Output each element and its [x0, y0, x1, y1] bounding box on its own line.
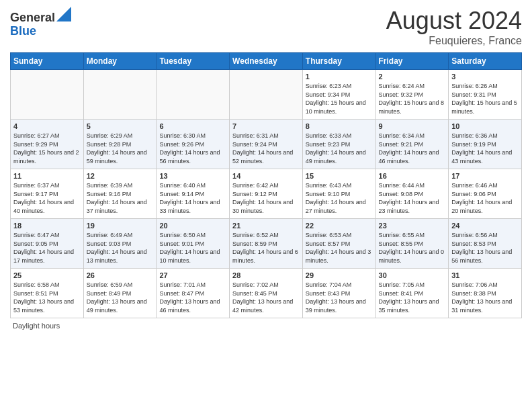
col-thursday: Thursday: [302, 53, 375, 70]
day-info: Sunrise: 6:58 AMSunset: 8:51 PMDaylight:…: [13, 281, 81, 314]
header: General Blue August 2024 Feuquieres, Fra…: [10, 7, 522, 47]
table-row: 23Sunrise: 6:55 AMSunset: 8:55 PMDayligh…: [375, 219, 449, 269]
calendar-week-row: 11Sunrise: 6:37 AMSunset: 9:17 PMDayligh…: [11, 169, 522, 219]
table-row: [230, 70, 303, 120]
day-number: 24: [451, 222, 519, 230]
table-row: [83, 70, 157, 120]
header-row: Sunday Monday Tuesday Wednesday Thursday…: [11, 53, 522, 70]
table-row: 13Sunrise: 6:40 AMSunset: 9:14 PMDayligh…: [157, 169, 230, 219]
day-number: 3: [451, 73, 519, 81]
day-number: 11: [13, 172, 81, 180]
table-row: 2Sunrise: 6:24 AMSunset: 9:32 PMDaylight…: [375, 70, 449, 120]
table-row: 12Sunrise: 6:39 AMSunset: 9:16 PMDayligh…: [83, 169, 157, 219]
location-title: Feuquieres, France: [386, 35, 522, 47]
day-number: 19: [87, 222, 154, 230]
day-info: Sunrise: 6:50 AMSunset: 9:01 PMDaylight:…: [159, 231, 226, 265]
table-row: 16Sunrise: 6:44 AMSunset: 9:08 PMDayligh…: [375, 169, 449, 219]
logo-blue: Blue: [10, 24, 36, 38]
day-info: Sunrise: 6:27 AMSunset: 9:29 PMDaylight:…: [13, 132, 81, 165]
day-info: Sunrise: 6:56 AMSunset: 8:53 PMDaylight:…: [451, 231, 519, 265]
day-info: Sunrise: 6:42 AMSunset: 9:12 PMDaylight:…: [232, 181, 300, 215]
day-info: Sunrise: 6:23 AMSunset: 9:34 PMDaylight:…: [306, 82, 373, 116]
table-row: 29Sunrise: 7:04 AMSunset: 8:43 PMDayligh…: [302, 269, 375, 318]
table-row: 26Sunrise: 6:59 AMSunset: 8:49 PMDayligh…: [83, 269, 157, 318]
day-number: 5: [87, 122, 154, 130]
day-number: 10: [451, 122, 519, 130]
day-number: 21: [232, 222, 300, 230]
day-number: 4: [13, 122, 81, 130]
table-row: 21Sunrise: 6:52 AMSunset: 8:59 PMDayligh…: [230, 219, 303, 269]
day-number: 9: [379, 122, 446, 130]
day-number: 14: [232, 172, 300, 180]
day-number: 20: [159, 222, 226, 230]
table-row: 30Sunrise: 7:05 AMSunset: 8:41 PMDayligh…: [375, 269, 449, 318]
day-number: 15: [306, 172, 373, 180]
day-number: 17: [451, 172, 519, 180]
day-number: 29: [306, 271, 373, 279]
day-number: 25: [13, 271, 81, 279]
table-row: 19Sunrise: 6:49 AMSunset: 9:03 PMDayligh…: [83, 219, 157, 269]
day-info: Sunrise: 6:49 AMSunset: 9:03 PMDaylight:…: [87, 231, 154, 265]
table-row: 24Sunrise: 6:56 AMSunset: 8:53 PMDayligh…: [449, 219, 522, 269]
col-sunday: Sunday: [11, 53, 84, 70]
logo-triangle-icon: [56, 7, 71, 21]
day-info: Sunrise: 7:04 AMSunset: 8:43 PMDaylight:…: [306, 281, 373, 314]
col-friday: Friday: [375, 53, 449, 70]
table-row: 14Sunrise: 6:42 AMSunset: 9:12 PMDayligh…: [230, 169, 303, 219]
calendar-week-row: 25Sunrise: 6:58 AMSunset: 8:51 PMDayligh…: [11, 269, 522, 318]
day-info: Sunrise: 6:46 AMSunset: 9:06 PMDaylight:…: [451, 181, 519, 215]
col-tuesday: Tuesday: [157, 53, 230, 70]
day-info: Sunrise: 6:40 AMSunset: 9:14 PMDaylight:…: [159, 181, 226, 215]
day-number: 6: [159, 122, 226, 130]
footer-note: Daylight hours: [10, 322, 522, 330]
day-info: Sunrise: 7:06 AMSunset: 8:38 PMDaylight:…: [451, 281, 519, 314]
logo-wordmark: General Blue: [10, 7, 71, 38]
day-number: 16: [379, 172, 446, 180]
table-row: 20Sunrise: 6:50 AMSunset: 9:01 PMDayligh…: [157, 219, 230, 269]
day-number: 28: [232, 271, 300, 279]
day-info: Sunrise: 6:53 AMSunset: 8:57 PMDaylight:…: [306, 231, 373, 265]
day-info: Sunrise: 6:43 AMSunset: 9:10 PMDaylight:…: [306, 181, 373, 215]
table-row: 4Sunrise: 6:27 AMSunset: 9:29 PMDaylight…: [11, 120, 84, 169]
day-info: Sunrise: 6:26 AMSunset: 9:31 PMDaylight:…: [451, 82, 519, 116]
table-row: 17Sunrise: 6:46 AMSunset: 9:06 PMDayligh…: [449, 169, 522, 219]
table-row: 6Sunrise: 6:30 AMSunset: 9:26 PMDaylight…: [157, 120, 230, 169]
day-info: Sunrise: 6:39 AMSunset: 9:16 PMDaylight:…: [87, 181, 154, 215]
day-info: Sunrise: 6:33 AMSunset: 9:23 PMDaylight:…: [306, 132, 373, 165]
day-number: 31: [451, 271, 519, 279]
day-info: Sunrise: 6:37 AMSunset: 9:17 PMDaylight:…: [13, 181, 81, 215]
daylight-hours-label: Daylight hours: [13, 322, 60, 330]
table-row: 31Sunrise: 7:06 AMSunset: 8:38 PMDayligh…: [449, 269, 522, 318]
logo: General Blue: [10, 7, 71, 38]
main-container: General Blue August 2024 Feuquieres, Fra…: [0, 0, 532, 336]
title-block: August 2024 Feuquieres, France: [386, 7, 522, 47]
day-info: Sunrise: 6:31 AMSunset: 9:24 PMDaylight:…: [232, 132, 300, 165]
day-number: 8: [306, 122, 373, 130]
table-row: 5Sunrise: 6:29 AMSunset: 9:28 PMDaylight…: [83, 120, 157, 169]
table-row: [157, 70, 230, 120]
day-info: Sunrise: 6:34 AMSunset: 9:21 PMDaylight:…: [379, 132, 446, 165]
day-number: 12: [87, 172, 154, 180]
day-info: Sunrise: 6:59 AMSunset: 8:49 PMDaylight:…: [87, 281, 154, 314]
table-row: 22Sunrise: 6:53 AMSunset: 8:57 PMDayligh…: [302, 219, 375, 269]
table-row: 25Sunrise: 6:58 AMSunset: 8:51 PMDayligh…: [11, 269, 84, 318]
logo-general: General: [10, 11, 55, 24]
day-number: 2: [379, 73, 446, 81]
calendar-week-row: 1Sunrise: 6:23 AMSunset: 9:34 PMDaylight…: [11, 70, 522, 120]
month-year-title: August 2024: [386, 7, 522, 35]
table-row: 8Sunrise: 6:33 AMSunset: 9:23 PMDaylight…: [302, 120, 375, 169]
calendar-table: Sunday Monday Tuesday Wednesday Thursday…: [10, 52, 522, 318]
table-row: 1Sunrise: 6:23 AMSunset: 9:34 PMDaylight…: [302, 70, 375, 120]
day-number: 23: [379, 222, 446, 230]
col-monday: Monday: [83, 53, 157, 70]
table-row: 18Sunrise: 6:47 AMSunset: 9:05 PMDayligh…: [11, 219, 84, 269]
table-row: 9Sunrise: 6:34 AMSunset: 9:21 PMDaylight…: [375, 120, 449, 169]
svg-marker-0: [56, 7, 71, 21]
day-info: Sunrise: 6:30 AMSunset: 9:26 PMDaylight:…: [159, 132, 226, 165]
day-info: Sunrise: 6:52 AMSunset: 8:59 PMDaylight:…: [232, 231, 300, 265]
day-info: Sunrise: 7:05 AMSunset: 8:41 PMDaylight:…: [379, 281, 446, 314]
day-number: 1: [306, 73, 373, 81]
table-row: 7Sunrise: 6:31 AMSunset: 9:24 PMDaylight…: [230, 120, 303, 169]
logo-text-block: General Blue: [10, 7, 71, 38]
day-number: 27: [159, 271, 226, 279]
